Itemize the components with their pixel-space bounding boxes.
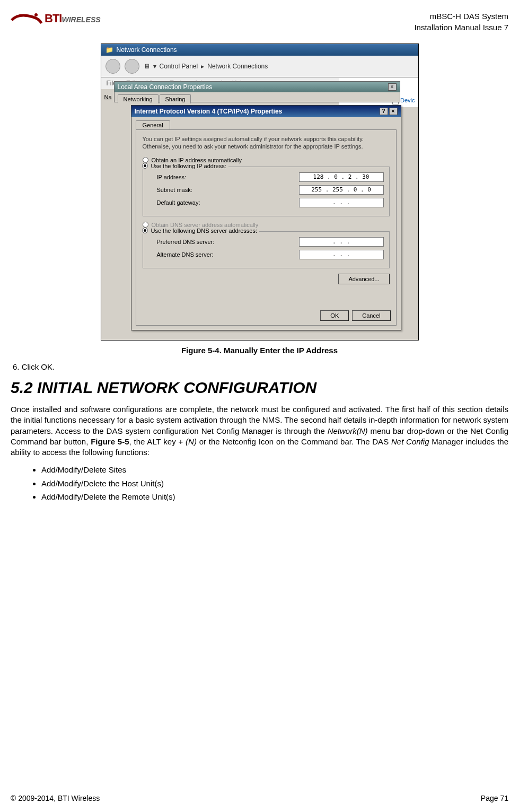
para-bold1: Figure 5-5	[91, 437, 129, 446]
page-header: BTIWIRELESS mBSC-H DAS System Installati…	[11, 11, 508, 33]
ipv4-title-bar: Internet Protocol Version 4 (TCP/IPv4) P…	[131, 106, 401, 117]
page-footer: © 2009-2014, BTI Wireless Page 71	[11, 794, 508, 802]
radio-selected-icon	[142, 163, 148, 169]
ok-button[interactable]: OK	[320, 310, 349, 321]
ipv4-body: You can get IP settings assigned automat…	[136, 129, 397, 326]
pref-dns-input[interactable]: . . .	[299, 237, 384, 247]
subnet-input[interactable]: 255 . 255 . 0 . 0	[299, 185, 384, 195]
para-italic3: Net Config	[391, 437, 429, 446]
radio-use-dns[interactable]: Use the following DNS server addresses:	[140, 228, 260, 234]
para-italic1: Network(N)	[328, 426, 368, 435]
alt-dns-label: Alternate DNS server:	[157, 251, 214, 258]
devic-label: Devic	[400, 97, 415, 103]
pref-dns-label: Preferred DNS server:	[157, 239, 215, 245]
radio-manual-ip-label: Use the following IP address:	[151, 163, 226, 169]
cancel-button[interactable]: Cancel	[352, 310, 390, 321]
radio-selected-icon	[142, 228, 148, 233]
para-part4: or the Netconfig Icon on the Command bar…	[197, 437, 391, 446]
breadcrumb-sep: ▸	[201, 63, 204, 70]
logo-wireless: WIRELESS	[61, 15, 100, 24]
ipv4-properties-dialog: Internet Protocol Version 4 (TCP/IPv4) P…	[131, 105, 401, 330]
figure-caption: Figure 5-4. Manually Enter the IP Addres…	[11, 346, 508, 355]
doc-title-2: Installation Manual Issue 7	[414, 22, 508, 33]
radio-use-ip[interactable]: Use the following IP address:	[140, 163, 228, 169]
close-icon[interactable]: ×	[389, 108, 398, 115]
header-titles: mBSC-H DAS System Installation Manual Is…	[414, 11, 508, 33]
ip-fieldgroup: Use the following IP address: IP address…	[143, 167, 390, 216]
logo: BTIWIRELESS	[11, 11, 101, 27]
gateway-row: Default gateway: . . .	[157, 198, 384, 207]
breadcrumb-part2: Network Connections	[207, 63, 268, 70]
alt-dns-row: Alternate DNS server: . . .	[157, 250, 384, 259]
ip-label: IP address:	[157, 174, 186, 180]
dns-fieldgroup: Use the following DNS server addresses: …	[143, 231, 390, 268]
subnet-row: Subnet mask: 255 . 255 . 0 . 0	[157, 185, 384, 195]
bullet-list: Add/Modify/Delete Sites Add/Modify/Delet…	[32, 463, 508, 504]
logo-text: BTIWIRELESS	[45, 12, 101, 25]
window3-title: Internet Protocol Version 4 (TCP/IPv4) P…	[135, 108, 283, 115]
svg-point-0	[34, 13, 38, 16]
close-icon[interactable]: ×	[388, 83, 397, 91]
tab-networking[interactable]: Networking	[118, 94, 159, 103]
tab-general[interactable]: General	[136, 120, 170, 129]
nav-toolbar: 🖥 ▾ Control Panel ▸ Network Connections	[101, 56, 418, 77]
radio-manual-dns-label: Use the following DNS server addresses:	[151, 228, 258, 234]
breadcrumb-part1: Control Panel	[160, 63, 198, 70]
body-paragraph: Once installed and software configuratio…	[11, 404, 508, 458]
properties-title-bar: Local Area Connection Properties ×	[115, 82, 400, 92]
pref-dns-row: Preferred DNS server: . . .	[157, 237, 384, 247]
bullet-1: Add/Modify/Delete Sites	[41, 463, 508, 477]
embedded-screenshot: 📁 Network Connections 🖥 ▾ Control Panel …	[101, 43, 419, 340]
radio-disabled-icon	[143, 222, 148, 228]
alt-dns-input[interactable]: . . .	[299, 250, 384, 259]
info-text: You can get IP settings assigned automat…	[143, 135, 390, 151]
properties-tabs: Networking Sharing	[115, 92, 400, 103]
forward-button[interactable]	[125, 59, 139, 74]
window2-title: Local Area Connection Properties	[118, 83, 213, 91]
radio-icon	[143, 157, 148, 163]
bullet-3: Add/Modify/Delete the Remote Unit(s)	[41, 490, 508, 504]
gateway-label: Default gateway:	[157, 199, 200, 206]
window1-title: Network Connections	[117, 46, 177, 54]
dialog-button-row: OK Cancel	[320, 310, 390, 321]
back-button[interactable]	[105, 59, 120, 74]
para-italic2: (N)	[186, 437, 197, 446]
gateway-input[interactable]: . . .	[299, 198, 384, 207]
ip-address-row: IP address: 128 . 0 . 2 . 30	[157, 172, 384, 182]
step-6: 6. Click OK.	[11, 362, 508, 371]
ip-address-input[interactable]: 128 . 0 . 2 . 30	[299, 172, 384, 182]
copyright: © 2009-2014, BTI Wireless	[11, 794, 100, 802]
breadcrumb[interactable]: 🖥 ▾ Control Panel ▸ Network Connections	[144, 63, 268, 70]
folder-small-icon: 🖥	[144, 63, 150, 70]
advanced-button[interactable]: Advanced...	[338, 274, 389, 284]
subnet-label: Subnet mask:	[157, 187, 192, 193]
folder-icon: 📁	[105, 46, 113, 54]
para-part3: , the ALT key +	[129, 437, 186, 446]
advanced-row: Advanced...	[143, 274, 390, 283]
properties-dialog: Local Area Connection Properties × Netwo…	[114, 81, 400, 102]
name-column-header: Na	[104, 94, 112, 100]
logo-bti: BTI	[45, 12, 61, 25]
window-title-bar: 📁 Network Connections	[101, 44, 418, 56]
logo-swoosh-icon	[11, 11, 42, 27]
doc-title-1: mBSC-H DAS System	[414, 11, 508, 22]
tab-sharing[interactable]: Sharing	[160, 94, 191, 103]
bullet-2: Add/Modify/Delete the Host Unit(s)	[41, 477, 508, 491]
help-icon[interactable]: ?	[380, 108, 388, 115]
page-number: Page 71	[481, 794, 508, 802]
section-heading: 5.2 INITIAL NETWORK CONFIGURATION	[11, 379, 508, 397]
